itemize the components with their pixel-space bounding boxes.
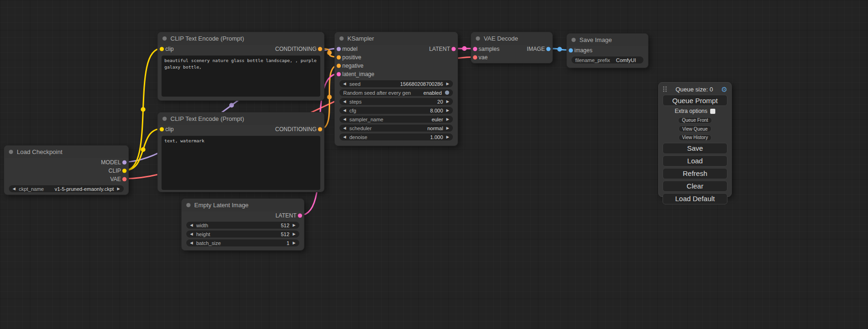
arrow-right-icon[interactable]: ▶ xyxy=(446,82,449,86)
arrow-right-icon[interactable]: ▶ xyxy=(293,232,296,236)
clear-button[interactable]: Clear xyxy=(663,181,727,192)
prompt-textarea[interactable]: text, watermark xyxy=(162,136,320,190)
arrow-right-icon[interactable]: ▶ xyxy=(446,118,449,121)
arrow-left-icon[interactable]: ◀ xyxy=(190,232,193,236)
output-row: VAE xyxy=(4,175,128,183)
view-history-button[interactable]: View History xyxy=(678,134,712,141)
node-title-bar[interactable]: CLIP Text Encode (Prompt) xyxy=(158,112,324,125)
arrow-left-icon[interactable]: ◀ xyxy=(343,100,346,104)
node-title-bar[interactable]: Save Image xyxy=(567,34,648,46)
queue-prompt-button[interactable]: Queue Prompt xyxy=(663,95,727,106)
widget-steps[interactable]: ◀ steps 20 ▶ xyxy=(339,98,453,105)
output-slot-image[interactable] xyxy=(546,47,550,51)
load-default-button[interactable]: Load Default xyxy=(663,193,727,204)
collapse-dot-icon[interactable] xyxy=(186,203,191,207)
output-slot-latent[interactable] xyxy=(452,47,456,51)
node-ksampler[interactable]: KSampler model LATENT positive negative … xyxy=(334,32,458,146)
arrow-left-icon[interactable]: ◀ xyxy=(343,126,346,130)
node-save-image[interactable]: Save Image images filename_prefix ComfyU… xyxy=(566,33,649,68)
widget-batch-size[interactable]: ◀ batch_size 1 ▶ xyxy=(186,239,299,246)
widget-value: v1-5-pruned-emaonly.ckpt xyxy=(55,186,114,192)
arrow-right-icon[interactable]: ▶ xyxy=(446,109,449,112)
arrow-left-icon[interactable]: ◀ xyxy=(190,224,193,227)
input-slot-clip[interactable] xyxy=(160,127,164,132)
arrow-left-icon[interactable]: ◀ xyxy=(13,187,15,191)
node-vae-decode[interactable]: VAE Decode samples IMAGE vae xyxy=(471,32,553,63)
arrow-left-icon[interactable]: ◀ xyxy=(343,135,346,139)
output-slot-latent[interactable] xyxy=(298,214,302,218)
widget-height[interactable]: ◀ height 512 ▶ xyxy=(186,231,299,238)
output-slot-conditioning[interactable] xyxy=(318,47,322,51)
widget-seed[interactable]: ◀ seed 156680208700286 ▶ xyxy=(339,80,453,87)
queue-controls-row: Queue Front View Queue xyxy=(663,115,727,133)
node-empty-latent-image[interactable]: Empty Latent Image LATENT ◀ width 512 ▶ … xyxy=(181,198,304,251)
slot-label: positive xyxy=(342,54,361,61)
arrow-right-icon[interactable]: ▶ xyxy=(446,100,449,104)
input-slot-negative[interactable] xyxy=(337,64,341,68)
widget-width[interactable]: ◀ width 512 ▶ xyxy=(186,222,299,229)
queue-front-button[interactable]: Queue Front xyxy=(678,117,712,124)
widget-ckpt-name[interactable]: ◀ ckpt_name v1-5-pruned-emaonly.ckpt ▶ xyxy=(9,185,124,192)
slot-label: clip xyxy=(165,126,174,133)
refresh-button[interactable]: Refresh xyxy=(663,168,727,179)
node-title: Empty Latent Image xyxy=(194,202,248,209)
collapse-dot-icon[interactable] xyxy=(572,38,576,42)
input-slot-latent-image[interactable] xyxy=(337,72,341,77)
output-slot-model[interactable] xyxy=(122,161,127,165)
collapse-dot-icon[interactable] xyxy=(162,117,167,121)
link-midpoint-dot xyxy=(462,46,467,51)
node-clip-text-encode-negative[interactable]: CLIP Text Encode (Prompt) clip CONDITION… xyxy=(157,112,325,192)
arrow-right-icon[interactable]: ▶ xyxy=(293,241,296,245)
input-slot-model[interactable] xyxy=(337,47,341,51)
widget-value: 512 xyxy=(281,223,289,228)
collapse-dot-icon[interactable] xyxy=(162,36,167,41)
collapse-dot-icon[interactable] xyxy=(9,150,13,154)
node-title-bar[interactable]: KSampler xyxy=(335,32,458,45)
collapse-dot-icon[interactable] xyxy=(339,36,344,41)
widget-cfg[interactable]: ◀ cfg 8.000 ▶ xyxy=(339,107,453,114)
node-title: KSampler xyxy=(347,35,374,42)
node-title-bar[interactable]: CLIP Text Encode (Prompt) xyxy=(158,32,324,45)
arrow-left-icon[interactable]: ◀ xyxy=(190,241,193,245)
arrow-right-icon[interactable]: ▶ xyxy=(293,224,296,227)
input-slot-positive[interactable] xyxy=(337,56,341,60)
output-slot-clip[interactable] xyxy=(122,169,127,173)
extra-options-checkbox[interactable] xyxy=(710,109,715,114)
settings-gear-icon[interactable]: ⚙ xyxy=(721,86,727,93)
view-queue-button[interactable]: View Queue xyxy=(678,126,711,132)
output-slot-conditioning[interactable] xyxy=(318,127,322,132)
save-button[interactable]: Save xyxy=(663,143,727,154)
widget-scheduler[interactable]: ◀ scheduler normal ▶ xyxy=(339,125,453,132)
input-slot-vae[interactable] xyxy=(473,56,477,60)
node-load-checkpoint[interactable]: Load Checkpoint MODEL CLIP VAE ◀ ckpt_na… xyxy=(4,145,129,195)
arrow-right-icon[interactable]: ▶ xyxy=(446,126,449,130)
input-slot-clip[interactable] xyxy=(160,47,164,51)
widget-denoise[interactable]: ◀ denoise 1.000 ▶ xyxy=(339,133,453,140)
node-clip-text-encode-positive[interactable]: CLIP Text Encode (Prompt) clip CONDITION… xyxy=(157,32,325,101)
toggle-dot-icon[interactable] xyxy=(445,91,449,95)
widget-filename-prefix[interactable]: filename_prefix ComfyUI xyxy=(572,56,643,63)
node-graph-canvas[interactable]: Load Checkpoint MODEL CLIP VAE ◀ ckpt_na… xyxy=(0,0,868,329)
widget-label: denoise xyxy=(349,134,367,140)
output-row: CLIP xyxy=(4,167,128,175)
prompt-textarea[interactable]: beautiful scenery nature glass bottle la… xyxy=(162,56,320,97)
slot-label: CONDITIONING xyxy=(275,126,317,133)
load-button[interactable]: Load xyxy=(663,155,727,167)
output-slot-vae[interactable] xyxy=(122,177,127,182)
node-title-bar[interactable]: VAE Decode xyxy=(471,32,552,45)
node-title-bar[interactable]: Load Checkpoint xyxy=(4,146,128,158)
arrow-left-icon[interactable]: ◀ xyxy=(343,109,346,112)
widget-random-seed-toggle[interactable]: Random seed after every gen enabled xyxy=(339,89,453,96)
collapse-dot-icon[interactable] xyxy=(476,36,480,41)
widget-value: 20 xyxy=(438,99,443,105)
arrow-left-icon[interactable]: ◀ xyxy=(343,82,346,86)
arrow-left-icon[interactable]: ◀ xyxy=(343,118,346,121)
drag-handle-icon[interactable] xyxy=(663,86,667,92)
widget-sampler-name[interactable]: ◀ sampler_name euler ▶ xyxy=(339,116,453,123)
input-slot-samples[interactable] xyxy=(473,47,477,51)
arrow-right-icon[interactable]: ▶ xyxy=(446,135,449,139)
node-title-bar[interactable]: Empty Latent Image xyxy=(182,199,304,211)
input-slot-images[interactable] xyxy=(569,49,573,53)
history-row: View History xyxy=(663,133,727,141)
arrow-right-icon[interactable]: ▶ xyxy=(117,187,120,191)
